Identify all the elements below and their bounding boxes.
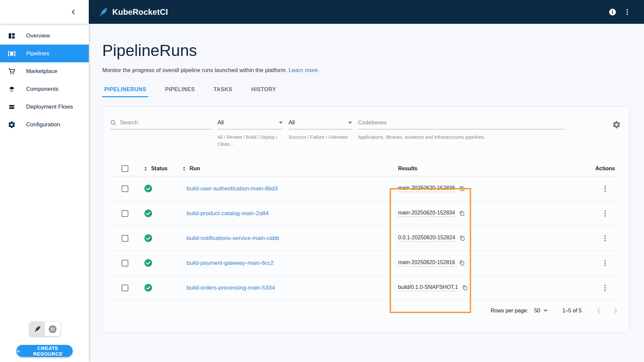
table-row: build-notifications-service-main-cabb 0.… (110, 226, 622, 251)
info-button[interactable] (605, 5, 620, 19)
row-checkbox[interactable] (122, 185, 128, 192)
pipeline-type-value: All (217, 119, 275, 126)
sidebar-item-label: Deployment Flows (26, 104, 73, 110)
result-value[interactable]: 0.0.1-20250620-152824 (398, 235, 455, 242)
sidebar-item-pipelines[interactable]: Pipelines (0, 45, 89, 62)
kubernetes-view-toggle[interactable] (45, 322, 60, 336)
result-value[interactable]: main-20250620-152836 (398, 185, 455, 192)
run-link[interactable]: build-orders-processing-main-5334 (187, 285, 275, 291)
pipeline-type-helper: All / Review / Build / Deploy / Clean... (217, 134, 283, 148)
chevron-down-icon (543, 310, 548, 312)
select-all-checkbox[interactable] (122, 165, 128, 172)
run-link[interactable]: build-payment-gateway-main-6cc2 (187, 260, 274, 266)
status-helper: Success / Failure / Unknown (288, 134, 352, 141)
sidebar-item-label: Components (26, 86, 58, 93)
copy-button[interactable] (459, 210, 465, 217)
copy-button[interactable] (459, 235, 465, 241)
view-toggle-group (29, 322, 60, 336)
sidebar-item-deployment-flows[interactable]: Deployment Flows (0, 98, 89, 116)
result-value[interactable]: main-20250620-152816 (398, 259, 455, 266)
copy-icon (459, 235, 465, 241)
row-actions-button[interactable] (602, 184, 608, 194)
rows-per-page-value: 50 (534, 308, 540, 314)
rows-per-page-label: Rows per page: (491, 308, 528, 314)
row-actions-button[interactable] (602, 258, 608, 268)
copy-button[interactable] (459, 260, 465, 266)
row-checkbox[interactable] (122, 235, 128, 242)
sidebar-item-marketplace[interactable]: Marketplace (0, 62, 89, 80)
row-actions-button[interactable] (602, 233, 608, 243)
codebases-input[interactable]: Codebases (358, 119, 565, 129)
app-window: KubeRocketCI O (0, 0, 644, 362)
status-column-header[interactable]: Status (151, 166, 168, 172)
layers-icon (7, 85, 16, 94)
sidebar-item-overview[interactable]: Overview (0, 27, 89, 45)
copy-icon (459, 210, 465, 217)
row-checkbox[interactable] (122, 210, 128, 217)
pipeline-type-filter: All All / Review / Build / Deploy / Clea… (217, 119, 283, 148)
rows-per-page-select[interactable]: 50 (534, 308, 548, 314)
table-row: build-orders-processing-main-5334 build/… (110, 276, 622, 300)
row-actions-button[interactable] (602, 283, 608, 293)
settings-gear-icon (612, 120, 621, 129)
codebases-filter: Codebases Applications, libraries, autot… (358, 119, 565, 141)
run-link[interactable]: build-product-catalog-main-2a84 (187, 210, 269, 217)
table-row: build-payment-gateway-main-6cc2 main-202… (110, 251, 622, 276)
row-checkbox[interactable] (122, 285, 128, 291)
pagination-range: 1–5 of 5 (562, 308, 582, 314)
sort-icon[interactable] (181, 166, 187, 172)
sidebar-item-label: Pipelines (26, 50, 49, 57)
tab-pipelines[interactable]: PIPELINES (163, 84, 197, 97)
status-select[interactable]: All (288, 119, 352, 129)
collapse-sidebar-icon[interactable] (70, 9, 77, 15)
top-bar: KubeRocketCI (89, 0, 644, 24)
chevron-right-icon (612, 307, 619, 314)
sort-icon[interactable] (143, 166, 148, 172)
search-input[interactable]: Search (120, 119, 212, 126)
more-menu-button[interactable] (620, 5, 635, 19)
page-subtitle: Monitor the progress of overall pipeline… (102, 67, 644, 74)
pipelines-icon (7, 49, 16, 58)
table-row: build-product-catalog-main-2a84 main-202… (110, 201, 622, 226)
results-column-header: Results (398, 166, 417, 172)
next-page-button[interactable] (612, 307, 619, 314)
create-resource-label: CREATE RESOURCE (23, 345, 72, 357)
pipelineruns-card: Search All All / Review / Build / Deploy… (102, 106, 630, 333)
row-actions-button[interactable] (602, 208, 608, 219)
success-status-icon (144, 184, 152, 193)
copy-button[interactable] (459, 185, 465, 192)
result-value[interactable]: build/0.1.0-SNAPSHOT.1 (398, 284, 458, 291)
kebab-menu-icon (624, 8, 631, 16)
previous-page-button[interactable] (595, 307, 602, 314)
kuberocketci-view-toggle[interactable] (29, 322, 45, 336)
stacked-bars-icon (7, 103, 16, 111)
search-field: Search (110, 119, 212, 129)
tab-tasks[interactable]: TASKS (211, 84, 234, 97)
result-value[interactable]: main-20250620-152834 (398, 210, 455, 217)
main-content: PipelineRuns Monitor the progress of ove… (89, 24, 644, 362)
cart-icon (7, 67, 16, 76)
run-link[interactable]: build-notifications-service-main-cabb (187, 235, 279, 242)
create-resource-button[interactable]: + CREATE RESOURCE (16, 345, 73, 357)
sidebar-item-label: Configuration (26, 121, 60, 128)
plus-icon: + (16, 348, 21, 355)
tab-pipelineruns[interactable]: PIPELINERUNS (102, 84, 148, 97)
sidebar-item-components[interactable]: Components (0, 80, 89, 98)
copy-icon (462, 285, 468, 291)
sidebar-item-configuration[interactable]: Configuration (0, 116, 89, 133)
row-checkbox[interactable] (122, 260, 128, 266)
filter-bar: Search All All / Review / Build / Deploy… (103, 107, 629, 148)
run-link[interactable]: build-user-authentication-main-6bd3 (187, 185, 278, 192)
copy-button[interactable] (462, 285, 468, 291)
brand: KubeRocketCI (98, 7, 168, 17)
search-icon (110, 119, 117, 126)
run-column-header[interactable]: Run (190, 166, 200, 172)
pipelineruns-table: Status Run Results Actions (110, 161, 622, 300)
learn-more-link[interactable]: Learn more. (289, 67, 320, 73)
info-icon (608, 8, 617, 16)
pipeline-type-select[interactable]: All (217, 119, 283, 129)
dashboard-icon (7, 32, 16, 40)
tab-bar: PIPELINERUNS PIPELINES TASKS HISTORY (102, 84, 644, 97)
table-settings-button[interactable] (612, 120, 621, 130)
tab-history[interactable]: HISTORY (249, 84, 278, 97)
